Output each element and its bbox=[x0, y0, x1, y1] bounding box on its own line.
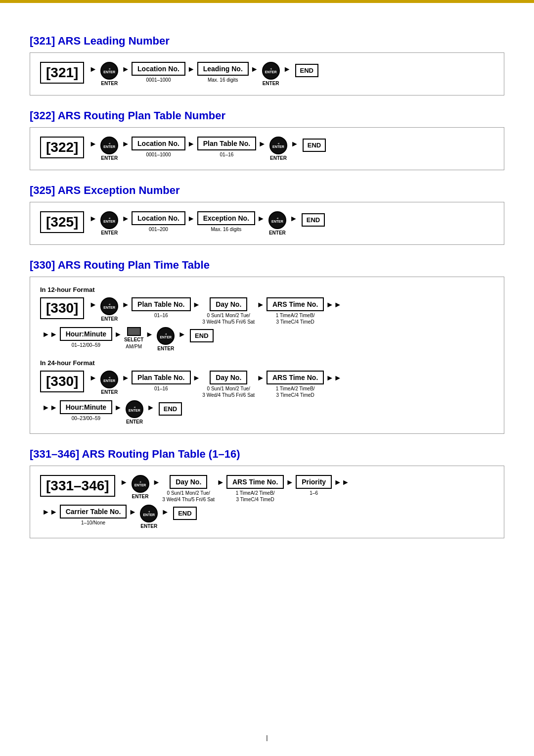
end-wrap: END bbox=[300, 211, 325, 227]
diagram-box-item: Day No.0 Sun/1 Mon/2 Tue/ 3 Wed/4 Thu/5 … bbox=[202, 371, 255, 398]
diagram-box-item: Priority1–6 bbox=[296, 475, 332, 496]
arrow-icon: ► bbox=[114, 403, 122, 412]
double-arrow-wrap: ►► bbox=[324, 371, 344, 382]
arrow-icon: ► bbox=[89, 300, 97, 309]
arrow-icon: ► bbox=[187, 214, 195, 223]
diagram-box: [322]►◄ENTERENTER►Location No.0001–1000►… bbox=[30, 127, 504, 170]
arrow-wrap: ► bbox=[112, 400, 124, 412]
diagram-box-item: Carrier Table No.1–10/None bbox=[60, 505, 127, 526]
sub-label: Max. 16 digits bbox=[208, 77, 238, 83]
arrow-wrap: ► bbox=[120, 297, 132, 309]
enter-button: ◄ENTERENTER bbox=[100, 62, 118, 86]
diagram-box: [325]►◄ENTERENTER►Location No.001–200►Ex… bbox=[30, 202, 504, 245]
double-arrow-wrap: ►► bbox=[40, 505, 60, 517]
arrow-icon: ► bbox=[217, 478, 224, 487]
enter-button: ◄ENTERENTER bbox=[100, 371, 118, 395]
diagram-row: [321]►◄ENTERENTER►Location No.0001–1000►… bbox=[40, 62, 494, 86]
arrow-wrap: ► bbox=[151, 475, 163, 487]
diagram-box-item: Plan Table No.01–16 bbox=[132, 297, 190, 319]
box-label: Hour:Minute bbox=[60, 327, 112, 341]
diagram-box: [331–346]►◄ENTERENTER►Day No.0 Sun/1 Mon… bbox=[30, 466, 504, 538]
select-rect bbox=[127, 327, 141, 336]
arrow-icon: ► bbox=[120, 478, 128, 487]
sub-label: 01–16 bbox=[154, 385, 168, 392]
sub-label: 1–10/None bbox=[81, 520, 105, 526]
box-label: Location No. bbox=[132, 137, 185, 150]
arrow-icon: ► bbox=[129, 508, 136, 517]
double-arrow-wrap: ►► bbox=[40, 327, 60, 339]
arrow-icon: ► bbox=[257, 214, 265, 223]
sub-label: Max. 16 digits bbox=[211, 226, 242, 233]
arrow-wrap: ► bbox=[120, 371, 132, 382]
diagram-box-item: Leading No.Max. 16 digits bbox=[197, 62, 249, 83]
arrow-icon: ► bbox=[122, 65, 130, 74]
diagram-box-item: Plan Table No.01–16 bbox=[132, 371, 190, 392]
arrow-wrap: ► bbox=[255, 211, 267, 223]
diagram-row: [325]►◄ENTERENTER►Location No.001–200►Ex… bbox=[40, 211, 494, 236]
top-bar bbox=[0, 0, 534, 3]
arrow-icon: ► bbox=[286, 478, 294, 487]
arrow-wrap: ► bbox=[289, 137, 301, 148]
diagram-row: [322]►◄ENTERENTER►Location No.0001–1000►… bbox=[40, 137, 494, 161]
box-label: Plan Table No. bbox=[197, 137, 256, 150]
arrow-wrap: ► bbox=[255, 297, 267, 309]
code-item: [325] bbox=[40, 211, 87, 233]
arrow-wrap: ► bbox=[249, 62, 261, 74]
diagram-box-item: ARS Time No.1 TimeA/2 TimeB/ 3 TimeC/4 T… bbox=[267, 371, 324, 398]
code-item: [322] bbox=[40, 137, 87, 158]
arrow-wrap: ► bbox=[87, 62, 99, 74]
sub-label: 00–23/00–59 bbox=[72, 415, 100, 422]
sub-label: 001–200 bbox=[149, 226, 168, 233]
arrow-icon: ► bbox=[89, 65, 97, 74]
code-item: [321] bbox=[40, 62, 87, 84]
box-label: Priority bbox=[296, 475, 332, 489]
end-box: END bbox=[302, 213, 325, 227]
end-box: END bbox=[190, 329, 213, 342]
end-wrap: END bbox=[171, 505, 196, 520]
diagram-box-item: Location No.0001–1000 bbox=[132, 137, 185, 158]
arrow-wrap: ► bbox=[185, 211, 197, 223]
box-label: Leading No. bbox=[197, 62, 249, 76]
box-label: Carrier Table No. bbox=[60, 505, 127, 519]
double-arrow-wrap: ►► bbox=[324, 297, 344, 309]
double-arrow-wrap: ►► bbox=[332, 475, 352, 487]
box-label: Plan Table No. bbox=[132, 371, 190, 384]
code-item: [331–346] bbox=[40, 475, 118, 497]
code-label: [325] bbox=[40, 211, 84, 233]
code-label: [322] bbox=[40, 137, 84, 158]
sub-label: 01–16 bbox=[220, 151, 234, 158]
box-label: Day No. bbox=[210, 371, 247, 384]
double-arrow-icon: ►► bbox=[334, 478, 350, 487]
end-item: END bbox=[301, 139, 326, 152]
double-arrow-icon: ►► bbox=[326, 374, 342, 382]
sub-label: 0001–1000 bbox=[146, 151, 171, 158]
end-item: END bbox=[171, 507, 196, 520]
format-label: In 12-hour Format bbox=[40, 286, 494, 293]
end-box: END bbox=[295, 64, 318, 77]
enter-button: ◄ENTERENTER bbox=[100, 297, 118, 322]
box-label: ARS Time No. bbox=[226, 475, 284, 489]
arrow-wrap: ► bbox=[185, 62, 197, 74]
arrow-icon: ► bbox=[193, 300, 201, 309]
end-box: END bbox=[173, 507, 196, 520]
diagram-row: ►►Carrier Table No.1–10/None►◄ENTERENTER… bbox=[40, 505, 494, 529]
select-item: SELECTAM/PM bbox=[124, 327, 143, 350]
arrow-wrap: ► bbox=[87, 137, 99, 148]
enter-button: ◄ENTERENTER bbox=[269, 137, 287, 161]
section-title: [330] ARS Routing Plan Time Table bbox=[30, 259, 504, 272]
arrow-wrap: ► bbox=[191, 371, 203, 382]
section-title: [325] ARS Exception Number bbox=[30, 184, 504, 197]
arrow-icon: ► bbox=[122, 300, 130, 309]
code-label: [330] bbox=[40, 297, 84, 319]
sections-container: [321] ARS Leading Number[321]►◄ENTERENTE… bbox=[30, 35, 504, 538]
arrow-wrap: ► bbox=[118, 475, 130, 487]
enter-button: ◄ENTERENTER bbox=[132, 475, 149, 499]
diagram-box-item: Hour:Minute00–23/00–59 bbox=[60, 400, 112, 422]
end-box: END bbox=[159, 402, 182, 416]
arrow-wrap: ► bbox=[256, 137, 268, 148]
box-label: Hour:Minute bbox=[60, 400, 112, 414]
arrow-icon: ► bbox=[89, 214, 97, 223]
double-arrow-icon: ►► bbox=[42, 403, 58, 412]
end-item: END bbox=[293, 64, 318, 77]
diagram-box: In 12-hour Format[330]►◄ENTERENTER►Plan … bbox=[30, 277, 504, 434]
